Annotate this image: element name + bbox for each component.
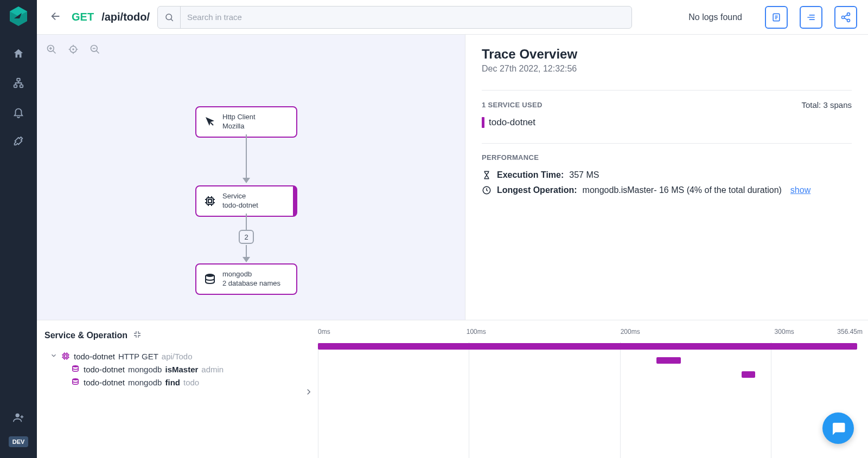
no-logs-text: No logs found: [688, 12, 742, 22]
svg-rect-2: [17, 79, 20, 81]
topology-icon[interactable]: [8, 73, 29, 93]
env-badge: DEV: [9, 436, 29, 447]
cursor-icon: [203, 115, 217, 129]
svg-point-17: [206, 274, 214, 277]
http-method: GET: [72, 11, 94, 23]
services-label: 1 SERVICE USED: [482, 101, 542, 109]
node-label: Http Client: [222, 113, 256, 122]
execution-time-row: Execution Time: 357 MS: [482, 170, 852, 180]
svg-rect-4: [20, 85, 23, 88]
node-label: mongodb: [222, 270, 280, 279]
database-icon: [71, 377, 80, 387]
search-input-wrap: [157, 6, 632, 29]
span-row[interactable]: todo-dotnet mongodb find todo: [44, 376, 312, 389]
graph-edge: [246, 134, 247, 178]
svg-point-8: [847, 12, 850, 15]
chip-icon: [61, 351, 71, 361]
database-icon: [203, 272, 217, 286]
node-sublabel: 2 database names: [222, 279, 280, 288]
svg-point-6: [166, 14, 172, 20]
svg-point-5: [16, 414, 20, 417]
graph-node-database[interactable]: mongodb2 database names: [195, 263, 297, 295]
node-sublabel: Mozilla: [222, 122, 256, 131]
search-input[interactable]: [181, 12, 631, 22]
span-bar[interactable]: [656, 357, 681, 364]
home-icon[interactable]: [8, 43, 29, 64]
graph-node-service[interactable]: Servicetodo-dotnet: [195, 185, 297, 217]
hourglass-icon: [482, 170, 492, 180]
svg-rect-3: [14, 85, 17, 88]
svg-point-22: [73, 378, 79, 380]
logs-button[interactable]: [765, 6, 788, 29]
time-tick: 300ms: [775, 328, 794, 336]
time-tick: 100ms: [467, 328, 486, 336]
svg-rect-16: [208, 199, 212, 203]
eyedropper-icon[interactable]: [8, 131, 29, 152]
timeline-panel: Service & Operation todo-dotnet HTTP GET…: [37, 320, 868, 458]
performance-label: PERFORMANCE: [482, 153, 852, 162]
chip-icon: [203, 194, 217, 208]
trace-date: Dec 27th 2022, 12:32:56: [482, 64, 852, 74]
graph-pane: Http ClientMozilla Servicetodo-dotnet 2 …: [37, 35, 465, 320]
span-bar[interactable]: [742, 371, 755, 378]
span-row[interactable]: todo-dotnet mongodb isMaster admin: [44, 363, 312, 376]
chevron-right-icon[interactable]: [304, 387, 314, 398]
graph-edge: [246, 214, 247, 230]
time-tick: 0ms: [318, 328, 330, 336]
sidebar: DEV: [0, 0, 37, 458]
overview-pane: Trace Overview Dec 27th 2022, 12:32:56 1…: [465, 35, 868, 320]
clock-icon: [482, 185, 492, 195]
timeline-chart: 0ms 100ms 200ms 300ms 356.45m: [318, 320, 868, 458]
svg-point-9: [842, 16, 845, 18]
span-bar[interactable]: [318, 343, 857, 350]
arrow-head-icon: [242, 257, 250, 262]
app-logo[interactable]: [8, 5, 29, 27]
chevron-down-icon[interactable]: [50, 352, 58, 361]
spans-total: Total: 3 spans: [801, 100, 852, 109]
service-item[interactable]: todo-dotnet: [482, 117, 852, 128]
service-color-bar: [482, 117, 484, 128]
node-sublabel: todo-dotnet: [222, 201, 258, 210]
svg-rect-19: [63, 354, 68, 359]
share-button[interactable]: [834, 6, 857, 29]
chat-fab[interactable]: [822, 412, 854, 444]
search-icon[interactable]: [158, 7, 181, 28]
svg-rect-20: [65, 355, 67, 358]
span-row[interactable]: todo-dotnet HTTP GET api/Todo: [44, 350, 312, 363]
node-label: Service: [222, 192, 258, 201]
graph-node-client[interactable]: Http ClientMozilla: [195, 106, 297, 138]
topbar: GET /api/todo/ No logs found: [37, 0, 868, 35]
list-button[interactable]: [800, 6, 822, 29]
longest-op-row: Longest Operation: mongodb.isMaster- 16 …: [482, 185, 852, 195]
timeline-title: Service & Operation: [44, 330, 312, 341]
edge-count-badge: 2: [239, 230, 254, 244]
page-title: Trace Overview: [482, 47, 852, 62]
svg-rect-15: [207, 198, 213, 204]
service-name: todo-dotnet: [489, 117, 535, 128]
graph-edge: [246, 245, 247, 257]
http-path: /api/todo/: [101, 11, 150, 23]
database-icon: [71, 364, 80, 374]
time-tick: 200ms: [621, 328, 640, 336]
svg-point-10: [847, 19, 850, 22]
collapse-icon[interactable]: [133, 330, 142, 341]
show-link[interactable]: show: [790, 185, 810, 195]
add-user-icon[interactable]: [8, 407, 29, 428]
arrow-head-icon: [242, 178, 250, 183]
bell-icon[interactable]: [8, 102, 29, 122]
back-arrow-icon[interactable]: [48, 8, 64, 26]
time-tick: 356.45m: [837, 328, 863, 336]
svg-point-21: [73, 365, 79, 367]
